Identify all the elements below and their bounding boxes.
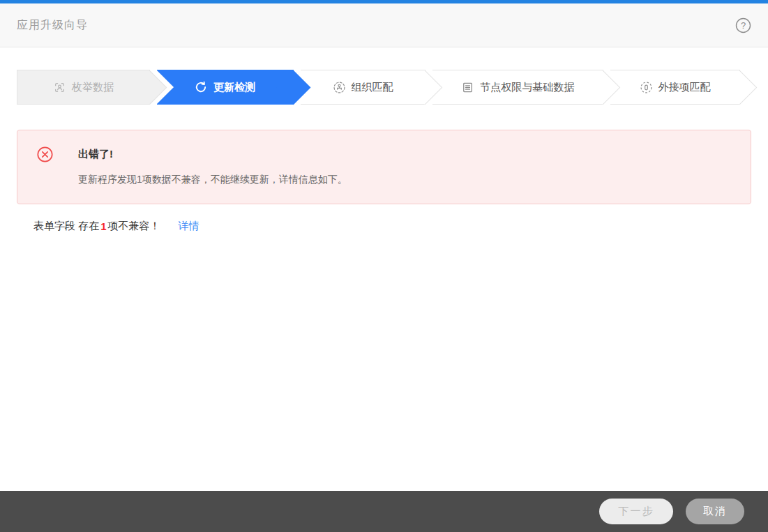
incompatible-count: 1 <box>100 220 106 232</box>
step-label: 外接项匹配 <box>658 81 711 94</box>
step-label: 更新检测 <box>213 81 255 94</box>
step-node-permission[interactable]: 节点权限与基础数据 <box>432 70 603 105</box>
enum-data-icon <box>54 82 66 93</box>
incompatibility-summary: 表单字段 存在 1 项不兼容！ 详情 <box>17 220 751 233</box>
step-org-match[interactable]: 组织匹配 <box>301 70 426 105</box>
app-upgrade-wizard-dialog: 应用升级向导 ? <box>0 0 768 532</box>
external-item-icon <box>640 82 652 93</box>
error-alert: 出错了! 更新程序发现1项数据不兼容，不能继续更新，详情信息如下。 <box>17 130 751 204</box>
next-step-button[interactable]: 下一步 <box>599 499 673 524</box>
step-label: 枚举数据 <box>72 81 114 94</box>
svg-text:?: ? <box>740 20 745 31</box>
step-external-item[interactable]: 外接项匹配 <box>610 70 740 105</box>
step-update-check[interactable]: 更新检测 <box>157 70 294 105</box>
node-permission-icon <box>462 82 474 93</box>
step-enum-data[interactable]: 枚举数据 <box>17 70 150 105</box>
summary-prefix: 表单字段 存在 <box>33 220 99 233</box>
summary-suffix: 项不兼容！ <box>108 220 160 233</box>
page-title: 应用升级向导 <box>17 18 88 33</box>
wizard-steps: 枚举数据 更新检测 <box>17 70 751 105</box>
refresh-icon <box>195 81 207 93</box>
dialog-header: 应用升级向导 ? <box>0 3 768 47</box>
alert-message: 更新程序发现1项数据不兼容，不能继续更新，详情信息如下。 <box>78 172 347 186</box>
alert-title: 出错了! <box>78 146 347 162</box>
error-circle-icon <box>37 146 53 162</box>
detail-link[interactable]: 详情 <box>179 220 199 233</box>
org-match-icon <box>333 82 345 93</box>
help-circle-icon[interactable]: ? <box>735 17 751 33</box>
step-label: 组织匹配 <box>352 81 393 94</box>
dialog-footer: 下一步 取消 <box>0 491 768 532</box>
cancel-button[interactable]: 取消 <box>686 499 744 524</box>
step-label: 节点权限与基础数据 <box>480 81 574 94</box>
